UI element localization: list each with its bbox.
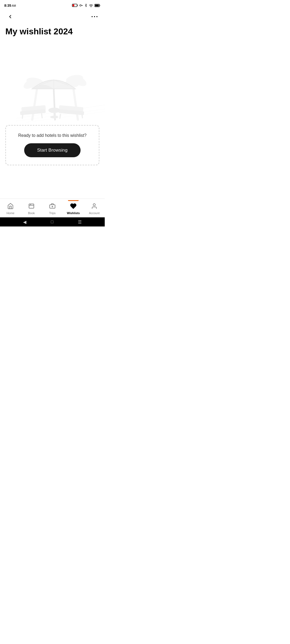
page-title: My wishlist 2024: [5, 26, 99, 36]
start-browsing-button[interactable]: Start Browsing: [24, 143, 80, 157]
svg-point-50: [93, 204, 95, 206]
account-icon: [91, 203, 97, 210]
svg-line-32: [22, 114, 23, 118]
android-recents-button[interactable]: ☰: [78, 219, 82, 225]
status-right-icons: [72, 3, 100, 7]
nav-label-book: Book: [28, 211, 35, 215]
status-bar: 8:35 AM: [0, 0, 105, 10]
trips-icon: [49, 203, 56, 210]
nav-label-account: Account: [89, 211, 100, 215]
android-navigation-bar: ◀ □ ☰: [0, 217, 105, 226]
svg-point-12: [94, 16, 95, 17]
svg-rect-9: [100, 5, 100, 6]
svg-line-37: [82, 114, 82, 118]
nav-label-trips: Trips: [49, 211, 56, 215]
bluetooth-icon: [84, 3, 88, 7]
svg-point-11: [92, 16, 93, 17]
svg-line-14: [32, 85, 38, 120]
more-options-button[interactable]: [90, 12, 99, 21]
svg-point-13: [96, 16, 97, 17]
svg-rect-2: [73, 5, 74, 6]
nav-label-wishlists: Wishlists: [67, 211, 80, 215]
nav-item-wishlists[interactable]: Wishlists: [63, 203, 84, 215]
wifi-icon: [89, 4, 93, 7]
beach-illustration: [0, 42, 105, 122]
svg-rect-44: [29, 204, 34, 208]
book-icon: [28, 203, 35, 210]
nav-item-account[interactable]: Account: [84, 203, 105, 215]
battery-icon: [95, 4, 100, 7]
svg-rect-1: [77, 5, 78, 6]
nav-item-book[interactable]: Book: [21, 203, 42, 215]
home-icon: [7, 203, 14, 210]
nav-item-trips[interactable]: Trips: [42, 203, 63, 215]
back-button[interactable]: [5, 12, 15, 21]
battery-red-icon: [72, 3, 78, 7]
wishlist-prompt-text: Ready to add hotels to this wishlist?: [18, 133, 86, 138]
top-navigation: [0, 10, 105, 24]
android-back-button[interactable]: ◀: [23, 219, 26, 225]
android-home-button[interactable]: □: [51, 219, 53, 224]
heart-icon: [70, 203, 77, 210]
page-title-section: My wishlist 2024: [0, 24, 105, 42]
illustration-container: [0, 42, 105, 122]
svg-point-3: [80, 5, 81, 6]
svg-point-40: [50, 116, 58, 118]
key-icon: [79, 3, 83, 7]
status-time: 8:35 AM: [4, 3, 16, 8]
bottom-navigation: Home Book Trips: [0, 199, 105, 217]
svg-rect-10: [95, 5, 99, 6]
nav-label-home: Home: [6, 211, 14, 215]
svg-point-7: [91, 7, 91, 7]
wishlist-empty-card: Ready to add hotels to this wishlist? St…: [5, 125, 99, 165]
nav-item-home[interactable]: Home: [0, 203, 21, 215]
